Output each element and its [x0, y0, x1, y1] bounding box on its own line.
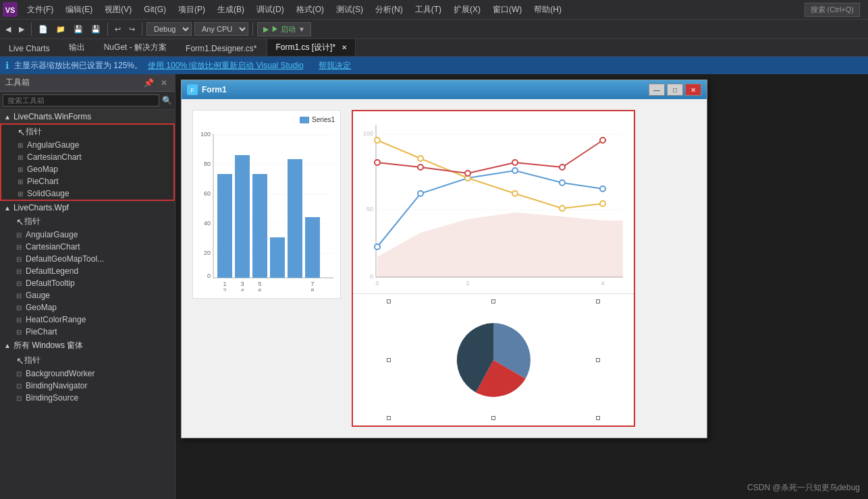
svg-point-58 — [560, 165, 565, 170]
tree-item-wpf-cursor[interactable]: ↖ 指针 — [0, 214, 175, 229]
handle-bottom-right[interactable] — [596, 416, 600, 420]
tab-form1-designer[interactable]: Form1.Designer.cs* — [177, 40, 265, 56]
tree-group-winall: ▲ 所有 Windows 窗体 ↖ 指针 ⊡ BackgroundWorker … — [0, 338, 175, 404]
svg-text:0: 0 — [375, 280, 379, 287]
menu-edit[interactable]: 编辑(E) — [60, 3, 98, 17]
handle-bottom-left[interactable] — [387, 416, 391, 420]
tree-item-wpf-gauge[interactable]: ⊟ Gauge — [0, 289, 175, 301]
toolbar-save2[interactable]: 💾 — [88, 24, 103, 35]
tree-item-wpf-geomap[interactable]: ⊟ GeoMap — [0, 301, 175, 314]
tree-item-winforms-cartesianchart[interactable]: ⊞ CartesianChart — [1, 151, 173, 163]
menu-view[interactable]: 视图(V) — [99, 3, 137, 17]
toolbar-new[interactable]: 📄 — [36, 24, 51, 35]
search-magnifier-icon[interactable]: 🔍 — [162, 96, 172, 105]
sidebar-title: 工具箱 — [5, 77, 30, 88]
tree-group-winall-header[interactable]: ▲ 所有 Windows 窗体 — [0, 338, 175, 353]
tab-form1-design[interactable]: Form1.cs [设计]* ✕ — [267, 38, 356, 56]
toolbox-sidebar: 工具箱 📌 ✕ 🔍 ▲ LiveCharts.WinForms ↖ 指针 — [0, 74, 175, 499]
tree-item-wpf-cartesianchart[interactable]: ⊟ CartesianChart — [0, 241, 175, 253]
tab-nuget[interactable]: NuGet - 解决方案 — [95, 38, 175, 56]
menu-tools[interactable]: 工具(T) — [410, 3, 447, 17]
toolbar-save[interactable]: 💾 — [71, 24, 86, 35]
svg-text:2: 2 — [466, 280, 469, 287]
search-box[interactable]: 搜索 (Ctrl+Q) — [805, 3, 860, 17]
tree-group-wpf-header[interactable]: ▲ LiveCharts.Wpf — [0, 201, 175, 214]
line-chart-svg: 100 50 0 0 2 4 — [353, 111, 636, 293]
toolbar-config-dropdown[interactable]: Debug — [146, 22, 192, 36]
sidebar-close-icon[interactable]: ✕ — [159, 78, 169, 88]
handle-mid-left[interactable] — [387, 358, 391, 362]
tab-close-icon[interactable]: ✕ — [342, 44, 347, 51]
tree-item-winall-cursor[interactable]: ↖ 指针 — [0, 353, 175, 368]
toolbar-platform-dropdown[interactable]: Any CPU — [194, 22, 248, 36]
tree-group-winforms-header[interactable]: ▲ LiveCharts.WinForms — [0, 110, 175, 123]
notif-restart-link[interactable]: 使用 100% 缩放比例重新启动 Visual Studio — [148, 60, 304, 71]
notif-decide-link[interactable]: 帮我决定 — [319, 60, 351, 71]
handle-mid-right[interactable] — [596, 358, 600, 362]
svg-rect-22 — [305, 217, 320, 278]
tree-item-wpf-heatcolor[interactable]: ⊟ HeatColorRange — [0, 314, 175, 326]
menu-project[interactable]: 项目(P) — [173, 3, 211, 17]
toolbar-redo[interactable]: ↪ — [126, 24, 138, 35]
svg-point-46 — [560, 180, 565, 185]
svg-text:1: 1 — [223, 281, 226, 287]
form-close-button[interactable]: ✕ — [685, 84, 701, 96]
toolbar-run-button[interactable]: ▶ ▶ 启动 ▼ — [257, 22, 311, 36]
form-minimize-button[interactable]: — — [649, 84, 665, 96]
toolbar-forward[interactable]: ▶ — [16, 24, 27, 35]
form-titlebar: F Form1 — □ ✕ — [182, 80, 707, 99]
menu-build[interactable]: 生成(B) — [212, 3, 250, 17]
toolbar-back[interactable]: ◀ — [3, 24, 13, 35]
tree-item-wpf-defaultlegend[interactable]: ⊟ DefaultLegend — [0, 265, 175, 277]
menu-debug[interactable]: 调试(D) — [251, 3, 290, 17]
tree-item-winforms-angulargauge[interactable]: ⊞ AngularGauge — [1, 139, 173, 151]
menu-format[interactable]: 格式(O) — [291, 3, 329, 17]
tree-item-wpf-piechart[interactable]: ⊟ PieChart — [0, 326, 175, 338]
handle-top-right[interactable] — [596, 299, 600, 303]
menu-window[interactable]: 窗口(W) — [487, 3, 527, 17]
form-maximize-button[interactable]: □ — [667, 84, 683, 96]
tree-item-winforms-solidgauge[interactable]: ⊞ SolidGauge — [1, 187, 173, 200]
tree-item-winforms-piechart[interactable]: ⊞ PieChart — [1, 175, 173, 187]
form-window-buttons: — □ ✕ — [649, 84, 701, 96]
toolbar-open[interactable]: 📁 — [53, 24, 68, 35]
tree-item-winforms-cursor[interactable]: ↖ 指针 — [1, 125, 173, 139]
handle-bottom-center[interactable] — [491, 416, 495, 420]
sidebar-pin-icon[interactable]: 📌 — [142, 78, 156, 88]
sidebar-tree: ▲ LiveCharts.WinForms ↖ 指针 ⊞ AngularGaug… — [0, 110, 175, 499]
sidebar-header: 工具箱 📌 ✕ — [0, 74, 175, 92]
tree-item-wpf-defaultgeo[interactable]: ⊟ DefaultGeoMapTool... — [0, 253, 175, 265]
tree-item-winforms-geomap[interactable]: ⊞ GeoMap — [1, 163, 173, 175]
wpf-icon-3: ⊟ — [16, 268, 22, 275]
menu-file[interactable]: 文件(F) — [22, 3, 59, 17]
menu-help[interactable]: 帮助(H) — [528, 3, 567, 17]
sidebar-header-icons: 📌 ✕ — [142, 78, 169, 88]
tree-item-winall-bindingnav[interactable]: ⊡ BindingNavigator — [0, 380, 175, 392]
tree-item-winall-bindingsource[interactable]: ⊡ BindingSource — [0, 392, 175, 404]
menu-analyze[interactable]: 分析(N) — [370, 3, 408, 17]
svg-text:7: 7 — [310, 281, 314, 287]
tree-item-wpf-angulargauge[interactable]: ⊟ AngularGauge — [0, 229, 175, 241]
legend-color-series1 — [300, 117, 309, 123]
svg-rect-18 — [235, 155, 250, 278]
handle-top-left[interactable] — [387, 299, 391, 303]
menu-test[interactable]: 测试(S) — [331, 3, 369, 17]
tree-item-winall-bgworker[interactable]: ⊡ BackgroundWorker — [0, 368, 175, 380]
svg-point-53 — [600, 201, 605, 206]
wpf-icon-7: ⊟ — [16, 316, 22, 324]
handle-top-center[interactable] — [491, 299, 495, 303]
toolbar-undo[interactable]: ↩ — [112, 24, 124, 35]
tab-output[interactable]: 输出 — [60, 38, 94, 56]
tab-live-charts[interactable]: Live Charts — [0, 40, 59, 56]
sidebar-search-input[interactable] — [3, 94, 159, 107]
tree-items-winall: ↖ 指针 ⊡ BackgroundWorker ⊡ BindingNavigat… — [0, 353, 175, 404]
wpf-icon-2: ⊟ — [16, 256, 22, 263]
menu-extensions[interactable]: 扩展(X) — [448, 3, 486, 17]
svg-point-54 — [375, 160, 380, 165]
component-icon-3: ⊞ — [18, 178, 23, 185]
designer-area[interactable]: F Form1 — □ ✕ Series1 — [175, 74, 868, 499]
tree-item-wpf-defaulttooltip[interactable]: ⊟ DefaultTooltip — [0, 277, 175, 289]
legend-label-series1: Series1 — [312, 116, 335, 123]
menu-git[interactable]: Git(G) — [138, 3, 171, 16]
bar-chart-svg: 100 80 60 40 20 0 — [198, 116, 340, 291]
